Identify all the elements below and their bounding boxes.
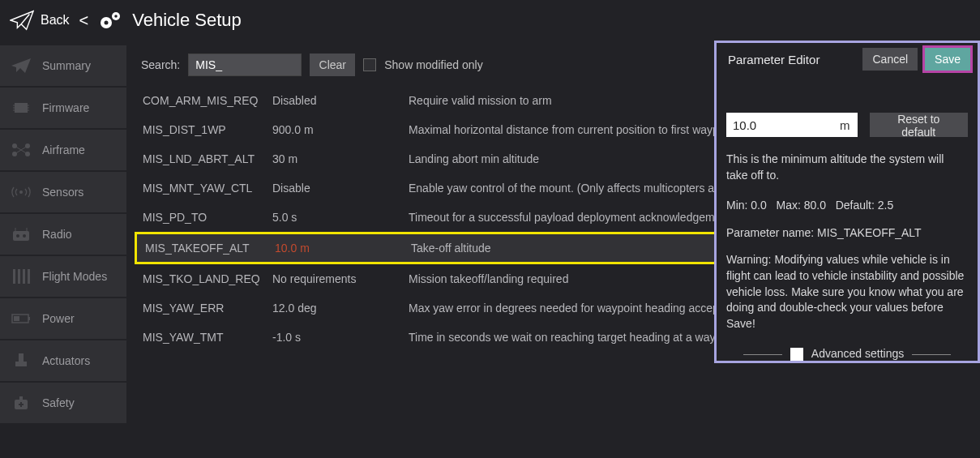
sidebar-item-label: Actuators <box>42 354 90 367</box>
svg-rect-31 <box>15 362 27 366</box>
show-modified-label: Show modified only <box>384 58 482 71</box>
back-chevron-icon: < <box>79 11 89 30</box>
search-input[interactable] <box>188 54 302 76</box>
sidebar-item-label: Airframe <box>42 143 85 156</box>
param-value: 10.0 m <box>275 242 411 255</box>
sidebar-item-label: Summary <box>42 59 91 72</box>
svg-rect-18 <box>13 231 29 241</box>
advanced-settings-row: Advanced settings <box>726 346 968 362</box>
editor-title: Parameter Editor <box>728 53 858 66</box>
reset-to-default-button[interactable]: Reset to default <box>870 113 969 137</box>
sidebar-item-firmware[interactable]: Firmware <box>0 88 126 128</box>
sidebar-item-label: Sensors <box>42 186 83 199</box>
sidebar-item-label: Radio <box>42 228 72 241</box>
sliders-icon <box>8 263 34 289</box>
gears-icon <box>98 10 122 31</box>
sidebar-item-radio[interactable]: Radio <box>0 214 126 255</box>
param-value: 30 m <box>272 152 409 165</box>
param-name: COM_ARM_MIS_REQ <box>143 94 272 107</box>
plane-icon <box>8 53 34 79</box>
sidebar-item-power[interactable]: Power <box>0 298 126 339</box>
param-name: MIS_YAW_TMT <box>143 331 272 344</box>
svg-rect-29 <box>14 316 19 321</box>
svg-point-20 <box>23 234 26 238</box>
svg-rect-30 <box>19 353 24 362</box>
param-value: Disabled <box>272 94 409 107</box>
sidebar: Summary Firmware Airframe Sensors Radio … <box>0 41 126 458</box>
svg-rect-28 <box>28 317 30 320</box>
topbar: Back < Vehicle Setup <box>0 0 980 41</box>
sidebar-item-actuators[interactable]: Actuators <box>0 340 126 381</box>
sidebar-item-label: Firmware <box>42 101 89 114</box>
value-input[interactable] <box>726 113 858 137</box>
svg-rect-25 <box>23 269 25 284</box>
param-value: 5.0 s <box>272 211 409 224</box>
back-button[interactable]: Back <box>41 13 70 28</box>
param-name: MIS_DIST_1WP <box>143 123 272 136</box>
param-warning: Warning: Modifying values while vehicle … <box>726 252 968 332</box>
param-name: MIS_YAW_ERR <box>143 302 272 315</box>
param-value: No requirements <box>272 272 409 285</box>
sidebar-item-airframe[interactable]: Airframe <box>0 130 126 170</box>
param-name: MIS_MNT_YAW_CTL <box>143 182 272 195</box>
sidebar-item-label: Safety <box>42 396 75 409</box>
cancel-button[interactable]: Cancel <box>862 48 918 71</box>
sidebar-item-label: Flight Modes <box>42 270 107 283</box>
param-value: 900.0 m <box>272 123 409 136</box>
sidebar-item-summary[interactable]: Summary <box>0 45 126 86</box>
save-button[interactable]: Save <box>922 45 973 73</box>
param-meta: Min: 0.0 Max: 80.0 Default: 2.5 <box>726 198 968 214</box>
svg-rect-4 <box>15 103 28 113</box>
svg-rect-23 <box>13 269 15 284</box>
svg-point-1 <box>105 21 109 25</box>
svg-point-17 <box>19 190 23 194</box>
sidebar-item-label: Power <box>42 312 75 325</box>
svg-rect-26 <box>28 269 30 284</box>
airframe-icon <box>8 137 34 163</box>
param-name-label: Parameter name: MIS_TAKEOFF_ALT <box>726 225 968 242</box>
param-value: 12.0 deg <box>272 302 409 315</box>
actuators-icon <box>8 348 34 374</box>
param-name: MIS_TKO_LAND_REQ <box>143 272 272 285</box>
advanced-settings-label: Advanced settings <box>811 346 904 362</box>
show-modified-checkbox[interactable] <box>363 58 376 71</box>
svg-point-3 <box>114 15 118 18</box>
param-name: MIS_LND_ABRT_ALT <box>143 152 272 165</box>
battery-icon <box>8 306 34 332</box>
param-name: MIS_TAKEOFF_ALT <box>145 242 275 255</box>
param-name: MIS_PD_TO <box>143 211 272 224</box>
radio-icon <box>8 221 34 247</box>
sidebar-item-safety[interactable]: Safety <box>0 383 126 423</box>
svg-rect-24 <box>18 269 20 284</box>
safety-icon <box>8 390 34 416</box>
sidebar-item-flight-modes[interactable]: Flight Modes <box>0 256 126 297</box>
param-value: Disable <box>272 182 409 195</box>
search-label: Search: <box>141 58 180 71</box>
param-value: -1.0 s <box>272 331 409 344</box>
parameter-editor-panel: Parameter Editor Cancel Save m Reset to … <box>714 41 980 363</box>
chip-icon <box>8 95 34 121</box>
sensors-icon <box>8 179 34 205</box>
svg-point-19 <box>16 234 19 238</box>
param-description: This is the minimum altitude the system … <box>726 152 968 183</box>
paper-plane-icon <box>10 9 34 32</box>
sidebar-item-sensors[interactable]: Sensors <box>0 172 126 212</box>
page-title: Vehicle Setup <box>132 10 242 31</box>
svg-rect-33 <box>19 396 23 401</box>
value-unit: m <box>840 117 850 134</box>
editor-header: Parameter Editor Cancel Save <box>717 43 978 75</box>
clear-button[interactable]: Clear <box>310 54 355 76</box>
advanced-settings-checkbox[interactable] <box>790 348 803 361</box>
